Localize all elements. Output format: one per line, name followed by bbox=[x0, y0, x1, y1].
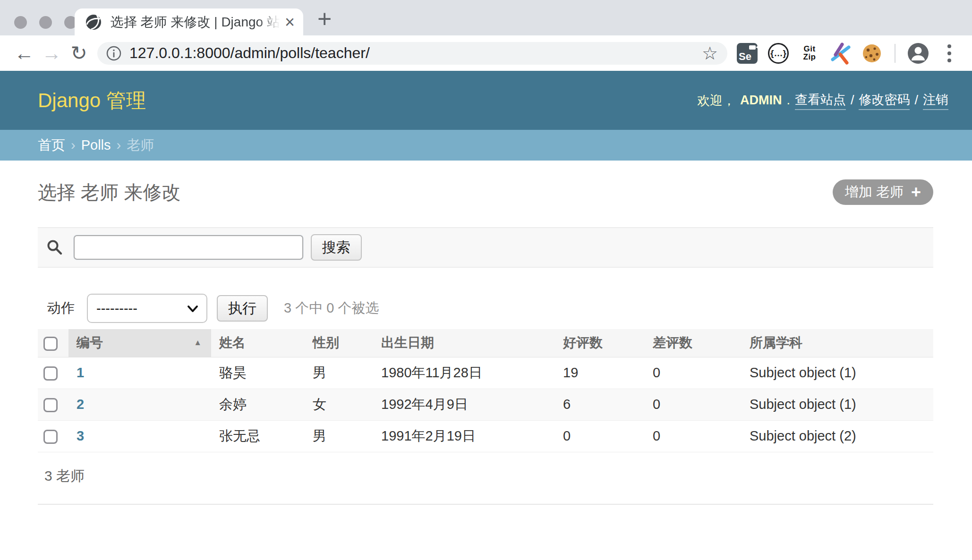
browser-window: 选择 老师 来修改 | Django 站点管理 × + ← → ↻ 127.0.… bbox=[0, 0, 972, 560]
row-checkbox[interactable] bbox=[43, 398, 58, 412]
breadcrumb-current: 老师 bbox=[127, 136, 154, 155]
breadcrumb: 首页 › Polls › 老师 bbox=[0, 130, 972, 161]
cell-subject: Subject object (1) bbox=[742, 389, 933, 420]
search-icon bbox=[46, 239, 63, 256]
logout-link[interactable]: 注销 bbox=[923, 91, 948, 110]
table-row: 2 余婷 女 1992年4月9日 6 0 Subject object (1) bbox=[38, 389, 933, 420]
column-header-name: 姓名 bbox=[211, 329, 305, 357]
actions-row: 动作 --------- 执行 3 个中 0 个被选 bbox=[38, 294, 379, 323]
cell-name: 张无忌 bbox=[211, 420, 305, 452]
active-tab[interactable]: 选择 老师 来修改 | Django 站点管理 × bbox=[75, 8, 303, 35]
address-bar[interactable]: 127.0.0.1:8000/admin/polls/teacher/ ☆ bbox=[97, 42, 727, 65]
action-counter: 3 个中 0 个被选 bbox=[284, 299, 379, 318]
cell-gender: 女 bbox=[305, 389, 373, 420]
cell-bad: 0 bbox=[645, 420, 742, 452]
cookie-extension-icon[interactable] bbox=[860, 41, 884, 66]
chrome-menu-icon[interactable] bbox=[937, 41, 962, 66]
site-branding-link[interactable]: Django 管理 bbox=[38, 87, 146, 114]
cell-birth: 1980年11月28日 bbox=[373, 357, 555, 389]
chevron-down-icon bbox=[187, 304, 199, 314]
action-select[interactable]: --------- bbox=[87, 294, 207, 323]
profile-avatar[interactable] bbox=[906, 41, 930, 66]
cell-good: 19 bbox=[555, 357, 645, 389]
column-header-subject: 所属学科 bbox=[742, 329, 933, 357]
toolbar-divider bbox=[895, 44, 895, 63]
cell-bad: 0 bbox=[645, 389, 742, 420]
django-admin-header: Django 管理 欢迎， ADMIN. 查看站点 / 修改密码 / 注销 bbox=[0, 71, 972, 130]
select-all-checkbox[interactable] bbox=[43, 337, 58, 351]
new-tab-button[interactable]: + bbox=[317, 5, 332, 33]
column-header-gender: 性别 bbox=[305, 329, 373, 357]
execute-action-button[interactable]: 执行 bbox=[217, 295, 268, 322]
browser-toolbar: ← → ↻ 127.0.0.1:8000/admin/polls/teacher… bbox=[0, 35, 972, 71]
row-id-link[interactable]: 3 bbox=[77, 428, 84, 443]
reload-icon[interactable]: ↻ bbox=[65, 43, 93, 63]
teacher-table: 编号 ▲ 姓名 性别 出生日期 好评数 差评数 所属学科 bbox=[38, 329, 933, 452]
url-text[interactable]: 127.0.0.1:8000/admin/polls/teacher/ bbox=[129, 44, 702, 62]
cell-name: 余婷 bbox=[211, 389, 305, 420]
cell-birth: 1991年2月19日 bbox=[373, 420, 555, 452]
changelist-content: 选择 老师 来修改 增加 老师 + 搜索 动作 --------- bbox=[38, 161, 933, 560]
breadcrumb-app-link[interactable]: Polls bbox=[81, 137, 111, 153]
table-row: 3 张无忌 男 1991年2月19日 0 0 Subject object (2… bbox=[38, 420, 933, 452]
cell-birth: 1992年4月9日 bbox=[373, 389, 555, 420]
selenium-extension-icon[interactable]: Se bbox=[735, 41, 759, 66]
page-title: 选择 老师 来修改 bbox=[38, 179, 180, 205]
back-icon[interactable]: ← bbox=[10, 43, 38, 63]
change-password-link[interactable]: 修改密码 bbox=[859, 91, 910, 110]
window-controls bbox=[14, 16, 77, 29]
close-window-button[interactable] bbox=[14, 16, 27, 29]
result-count: 3 老师 bbox=[38, 452, 933, 505]
row-id-link[interactable]: 2 bbox=[77, 397, 84, 412]
gitzip-extension-icon[interactable]: Git Zip bbox=[797, 41, 822, 66]
tab-title: 选择 老师 来修改 | Django 站点管理 bbox=[111, 13, 282, 31]
tab-strip: 选择 老师 来修改 | Django 站点管理 × + bbox=[0, 0, 972, 35]
column-header-birth: 出生日期 bbox=[373, 329, 555, 357]
cell-subject: Subject object (2) bbox=[742, 420, 933, 452]
favicon-globe-icon bbox=[85, 14, 102, 31]
row-checkbox[interactable] bbox=[43, 430, 58, 444]
tab-close-icon[interactable]: × bbox=[285, 14, 295, 31]
result-list: 编号 ▲ 姓名 性别 出生日期 好评数 差评数 所属学科 bbox=[38, 329, 933, 505]
column-header-id[interactable]: 编号 ▲ bbox=[68, 329, 211, 357]
cell-gender: 男 bbox=[305, 357, 373, 389]
cell-name: 骆昊 bbox=[211, 357, 305, 389]
bookmark-star-icon[interactable]: ☆ bbox=[702, 44, 718, 62]
search-input[interactable] bbox=[74, 235, 303, 260]
cell-gender: 男 bbox=[305, 420, 373, 452]
forward-icon: → bbox=[38, 43, 65, 63]
extensions-row: Se {…} Git Zip bbox=[735, 41, 962, 66]
json-braces-extension-icon[interactable]: {…} bbox=[766, 41, 791, 66]
search-button[interactable]: 搜索 bbox=[311, 234, 362, 261]
user-tools: 欢迎， ADMIN. 查看站点 / 修改密码 / 注销 bbox=[697, 91, 948, 110]
table-row: 1 骆昊 男 1980年11月28日 19 0 Subject object (… bbox=[38, 357, 933, 389]
page-info-icon[interactable] bbox=[106, 45, 122, 61]
username-text: ADMIN bbox=[740, 93, 782, 108]
breadcrumb-home-link[interactable]: 首页 bbox=[38, 136, 65, 155]
view-site-link[interactable]: 查看站点 bbox=[795, 91, 846, 110]
cell-subject: Subject object (1) bbox=[742, 357, 933, 389]
cell-bad: 0 bbox=[645, 357, 742, 389]
plus-icon: + bbox=[911, 184, 921, 201]
axe-asterisk-extension-icon[interactable] bbox=[828, 41, 853, 66]
minimize-window-button[interactable] bbox=[39, 16, 52, 29]
column-header-good: 好评数 bbox=[555, 329, 645, 357]
welcome-text: 欢迎， bbox=[697, 92, 735, 109]
row-id-link[interactable]: 1 bbox=[77, 365, 84, 380]
column-header-bad: 差评数 bbox=[645, 329, 742, 357]
table-header-row: 编号 ▲ 姓名 性别 出生日期 好评数 差评数 所属学科 bbox=[38, 329, 933, 357]
actions-label: 动作 bbox=[47, 299, 75, 318]
add-teacher-button[interactable]: 增加 老师 + bbox=[833, 179, 933, 205]
search-bar: 搜索 bbox=[38, 227, 933, 268]
cell-good: 0 bbox=[555, 420, 645, 452]
row-checkbox[interactable] bbox=[43, 366, 58, 381]
cell-good: 6 bbox=[555, 389, 645, 420]
sort-ascending-icon[interactable]: ▲ bbox=[194, 338, 202, 348]
